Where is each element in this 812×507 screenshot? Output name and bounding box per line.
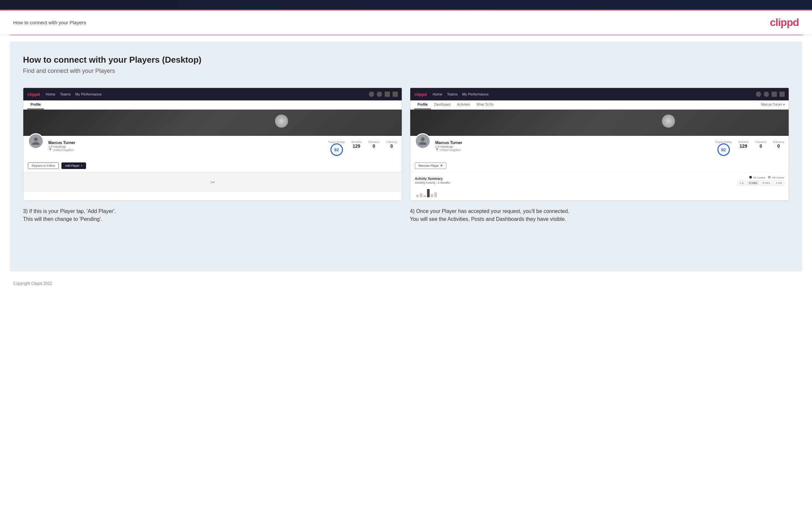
right-location-pin-icon: 📍 bbox=[435, 148, 439, 152]
left-profile-info: Marcus Turner 1-5 Handicap 📍 United King… bbox=[48, 140, 324, 152]
left-stat-quality: Player Quality 92 bbox=[328, 140, 345, 156]
left-profile-icon[interactable] bbox=[393, 92, 398, 97]
left-profile-section: Marcus Turner 1-5 Handicap 📍 United King… bbox=[23, 136, 402, 159]
chart-bar-1 bbox=[416, 194, 419, 197]
left-caption-area: 3) If this is your Player tap, 'Add Play… bbox=[23, 201, 402, 223]
right-navbar: clippd Home Teams My Performance bbox=[410, 88, 789, 100]
right-quality-circle: 92 bbox=[717, 144, 730, 156]
activity-period: Monthly Activity - 6 Months bbox=[415, 181, 450, 184]
right-tab-player-name: Marcus Turner ▾ bbox=[761, 100, 785, 109]
left-tabs: Profile bbox=[23, 100, 402, 110]
location-pin-icon: 📍 bbox=[48, 148, 52, 152]
right-nav-items: Home Teams My Performance bbox=[433, 92, 756, 96]
right-app-screenshot: clippd Home Teams My Performance bbox=[410, 88, 789, 201]
left-followers-label: Followers bbox=[368, 140, 379, 144]
left-stat-following: Following 0 bbox=[386, 140, 397, 156]
left-screenshot-col: clippd Home Teams My Performance bbox=[23, 88, 402, 223]
page-header: How to connect with your Players clippd bbox=[0, 10, 812, 35]
request-to-follow-button[interactable]: Request to Follow bbox=[28, 162, 59, 169]
left-stat-activities: Activities 129 bbox=[351, 140, 362, 156]
activity-mini-chart bbox=[415, 187, 784, 197]
filter-1mth[interactable]: 1 mth bbox=[773, 180, 784, 185]
left-following-label: Following bbox=[386, 140, 397, 144]
chart-bar-4 bbox=[427, 189, 429, 197]
right-nav-teams[interactable]: Teams bbox=[447, 92, 458, 96]
right-nav-home[interactable]: Home bbox=[433, 92, 442, 96]
right-tabs: Profile Dashboard Activities What To On … bbox=[410, 100, 789, 110]
right-quality-label: Player Quality bbox=[715, 140, 732, 144]
right-profile-icon[interactable] bbox=[779, 92, 785, 97]
right-stat-activities: Activities 129 bbox=[738, 140, 749, 156]
left-profile-stats: Player Quality 92 Activities 129 Followe… bbox=[328, 140, 397, 156]
activity-header: Activity Summary Monthly Activity - 6 Mo… bbox=[415, 176, 784, 185]
right-nav-icons bbox=[756, 92, 785, 97]
left-stat-followers: Followers 0 bbox=[368, 140, 379, 156]
left-app-screenshot: clippd Home Teams My Performance bbox=[23, 88, 402, 201]
right-settings-icon[interactable] bbox=[772, 92, 777, 97]
right-tab-dashboard[interactable]: Dashboard bbox=[431, 100, 454, 109]
activity-summary: Activity Summary Monthly Activity - 6 Mo… bbox=[410, 172, 789, 201]
right-caption-text: 4) Once your Player has accepted your re… bbox=[410, 208, 789, 223]
plus-icon: + bbox=[81, 164, 83, 167]
right-app-logo: clippd bbox=[414, 92, 427, 97]
left-nav-items: Home Teams My Performance bbox=[46, 92, 369, 96]
left-activities-value: 129 bbox=[353, 144, 360, 149]
right-stat-quality: Player Quality 92 bbox=[715, 140, 732, 156]
left-quality-label: Player Quality bbox=[328, 140, 345, 144]
on-course-dot bbox=[749, 176, 752, 178]
right-following-value: 0 bbox=[777, 144, 780, 149]
right-search-icon[interactable] bbox=[756, 92, 761, 97]
left-caption-text: 3) If this is your Player tap, 'Add Play… bbox=[23, 208, 402, 223]
left-nav-icons bbox=[369, 92, 398, 97]
page-footer: Copyright Clippd 2022 bbox=[0, 278, 812, 292]
right-followers-value: 0 bbox=[759, 144, 762, 149]
scissors-icon: ✂ bbox=[210, 179, 215, 186]
filter-1yr[interactable]: 1 yr bbox=[738, 180, 746, 185]
left-following-value: 0 bbox=[390, 144, 393, 149]
right-user-icon[interactable] bbox=[764, 92, 769, 97]
right-player-name: Marcus Turner bbox=[435, 140, 711, 145]
screenshots-row: clippd Home Teams My Performance bbox=[23, 88, 789, 223]
left-search-icon[interactable] bbox=[369, 92, 374, 97]
right-profile-section: Marcus Turner 1-5 Handicap 📍 United King… bbox=[410, 136, 789, 159]
filter-3mths[interactable]: 3 mths bbox=[760, 180, 772, 185]
copyright-text: Copyright Clippd 2022 bbox=[13, 281, 52, 286]
activity-legend: On course Off course bbox=[749, 176, 784, 179]
left-player-location: 📍 United Kingdom bbox=[48, 148, 324, 152]
left-avatar-icon bbox=[31, 136, 40, 146]
right-nav-performance[interactable]: My Performance bbox=[462, 92, 489, 96]
left-settings-icon[interactable] bbox=[385, 92, 390, 97]
activity-filters: 1 yr 6 mths 3 mths 1 mth bbox=[738, 180, 784, 185]
chart-bar-2 bbox=[420, 193, 422, 197]
off-course-dot bbox=[768, 176, 771, 178]
remove-player-button[interactable]: Remove Player ✕ bbox=[415, 162, 446, 169]
right-profile-stats: Player Quality 92 Activities 129 Followe… bbox=[715, 140, 784, 156]
left-nav-performance[interactable]: My Performance bbox=[75, 92, 102, 96]
right-stat-following: Following 0 bbox=[773, 140, 784, 156]
right-avatar-icon bbox=[418, 136, 427, 146]
left-nav-teams[interactable]: Teams bbox=[60, 92, 70, 96]
right-caption-area: 4) Once your Player has accepted your re… bbox=[410, 201, 789, 223]
left-followers-value: 0 bbox=[372, 144, 375, 149]
left-user-icon[interactable] bbox=[377, 92, 382, 97]
right-tab-what-to-on[interactable]: What To On bbox=[473, 100, 497, 109]
right-tab-profile[interactable]: Profile bbox=[414, 100, 431, 109]
left-quality-circle: 92 bbox=[331, 144, 343, 156]
left-nav-home[interactable]: Home bbox=[46, 92, 55, 96]
page-subtitle: Find and connect with your Players bbox=[23, 68, 789, 74]
left-tab-profile[interactable]: Profile bbox=[27, 100, 44, 109]
right-following-label: Following bbox=[773, 140, 784, 144]
chart-bar-6 bbox=[434, 192, 437, 197]
left-avatar bbox=[28, 133, 44, 149]
right-tab-activities[interactable]: Activities bbox=[454, 100, 473, 109]
left-hero-image bbox=[23, 110, 402, 136]
right-stat-followers: Followers 0 bbox=[755, 140, 766, 156]
left-activities-label: Activities bbox=[351, 140, 362, 144]
close-icon: ✕ bbox=[440, 164, 443, 167]
left-player-handicap: 1-5 Handicap bbox=[48, 145, 324, 148]
chart-bar-3 bbox=[423, 195, 426, 197]
right-profile-info: Marcus Turner 1-5 Handicap 📍 United King… bbox=[435, 140, 711, 152]
right-followers-label: Followers bbox=[755, 140, 766, 144]
filter-6mths[interactable]: 6 mths bbox=[747, 180, 759, 185]
add-player-button[interactable]: Add Player + bbox=[61, 162, 86, 169]
